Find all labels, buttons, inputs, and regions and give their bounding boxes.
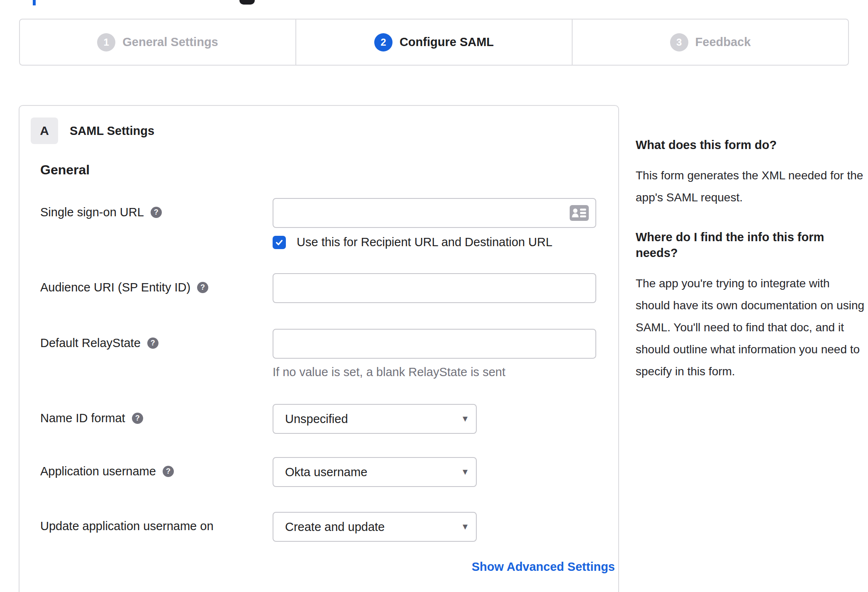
single-sign-on-url-label: Single sign-on URL: [40, 205, 144, 220]
relaystate-hint: If no value is set, a blank RelayState i…: [273, 365, 615, 379]
wizard-stepper: 1 General Settings 2 Configure SAML 3 Fe…: [19, 19, 849, 66]
recipient-url-checkbox[interactable]: [273, 236, 286, 249]
section-a-badge: A: [31, 117, 58, 144]
saml-settings-panel: A SAML Settings General Single sign-on U…: [19, 105, 619, 592]
chevron-down-icon: ▾: [463, 466, 468, 477]
recipient-url-checkbox-label[interactable]: Use this for Recipient URL and Destinati…: [297, 235, 552, 249]
show-advanced-settings-link[interactable]: Show Advanced Settings: [472, 560, 615, 573]
general-heading: General: [40, 162, 618, 178]
help-icon[interactable]: ?: [132, 413, 143, 424]
help-icon[interactable]: ?: [163, 466, 174, 477]
sidebar-body-what: This form generates the XML needed for t…: [636, 164, 866, 208]
step-number-badge: 3: [670, 33, 688, 51]
step-number-badge: 1: [97, 33, 115, 51]
step-feedback[interactable]: 3 Feedback: [572, 20, 848, 65]
field-row-audience-uri: Audience URI (SP Entity ID) ?: [40, 273, 615, 303]
step-label: General Settings: [122, 35, 218, 49]
cutoff-logo-fragment-blue: [33, 0, 36, 5]
field-row-name-id-format: Name ID format ? Unspecified ▾: [40, 404, 615, 434]
chevron-down-icon: ▾: [463, 413, 468, 424]
update-application-username-label: Update application username on: [40, 519, 214, 533]
update-application-username-select[interactable]: Create and update ▾: [273, 512, 477, 542]
sidebar-heading-where: Where do I find the info this form needs…: [636, 229, 866, 261]
help-icon[interactable]: ?: [147, 338, 158, 349]
help-sidebar: What does this form do? This form genera…: [636, 137, 866, 382]
help-icon[interactable]: ?: [151, 207, 162, 218]
sidebar-body-where: The app you're trying to integrate with …: [636, 272, 866, 382]
field-row-default-relaystate: Default RelayState ? If no value is set,…: [40, 329, 615, 379]
field-row-update-application-username: Update application username on Create an…: [40, 512, 615, 542]
step-number-badge: 2: [374, 33, 393, 51]
field-row-application-username: Application username ? Okta username ▾: [40, 457, 615, 487]
saml-form: Single sign-on URL ?: [40, 198, 615, 574]
step-label: Configure SAML: [400, 35, 494, 49]
step-label: Feedback: [695, 35, 751, 49]
application-username-select[interactable]: Okta username ▾: [273, 457, 477, 487]
single-sign-on-url-input[interactable]: [273, 198, 596, 228]
step-general-settings[interactable]: 1 General Settings: [20, 20, 295, 65]
audience-uri-label: Audience URI (SP Entity ID): [40, 280, 190, 295]
checkmark-icon: [275, 238, 284, 247]
name-id-format-label: Name ID format: [40, 411, 125, 426]
sidebar-heading-what: What does this form do?: [636, 137, 866, 153]
audience-uri-input[interactable]: [273, 273, 596, 303]
default-relaystate-input[interactable]: [273, 329, 596, 359]
name-id-format-select[interactable]: Unspecified ▾: [273, 404, 477, 434]
section-title: SAML Settings: [70, 124, 154, 138]
cutoff-logo-fragment-dark: [239, 0, 255, 5]
help-icon[interactable]: ?: [197, 282, 208, 293]
application-username-value: Okta username: [285, 465, 367, 479]
name-id-format-value: Unspecified: [285, 412, 348, 426]
step-configure-saml[interactable]: 2 Configure SAML: [295, 20, 572, 65]
section-header: A SAML Settings: [31, 117, 618, 144]
application-username-label: Application username: [40, 464, 156, 479]
chevron-down-icon: ▾: [463, 521, 468, 532]
field-row-single-sign-on-url: Single sign-on URL ?: [40, 198, 615, 249]
default-relaystate-label: Default RelayState: [40, 335, 141, 350]
contact-card-icon[interactable]: [570, 205, 589, 223]
update-application-username-value: Create and update: [285, 520, 385, 534]
